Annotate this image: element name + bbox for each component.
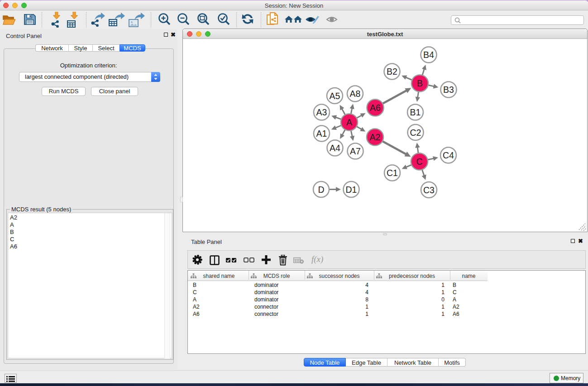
svg-text:A8: A8 <box>350 89 361 99</box>
svg-text:C: C <box>416 157 422 167</box>
svg-text:B4: B4 <box>423 50 434 60</box>
svg-text:C3: C3 <box>423 185 435 195</box>
svg-text:A: A <box>346 117 352 127</box>
svg-text:D1: D1 <box>346 185 357 195</box>
svg-text:B1: B1 <box>410 107 421 117</box>
svg-text:B3: B3 <box>443 85 454 95</box>
svg-text:A4: A4 <box>330 143 340 153</box>
svg-text:A6: A6 <box>370 103 381 113</box>
svg-text:C2: C2 <box>410 128 421 138</box>
svg-text:B: B <box>417 78 423 88</box>
svg-text:D: D <box>318 185 324 195</box>
svg-text:A2: A2 <box>370 132 381 142</box>
svg-text:A7: A7 <box>350 146 361 156</box>
svg-text:C1: C1 <box>387 168 398 178</box>
svg-text:A1: A1 <box>316 129 327 138</box>
svg-text:C4: C4 <box>443 150 454 160</box>
svg-text:A3: A3 <box>316 107 327 117</box>
svg-text:A5: A5 <box>330 91 340 101</box>
svg-text:B2: B2 <box>387 67 397 76</box>
